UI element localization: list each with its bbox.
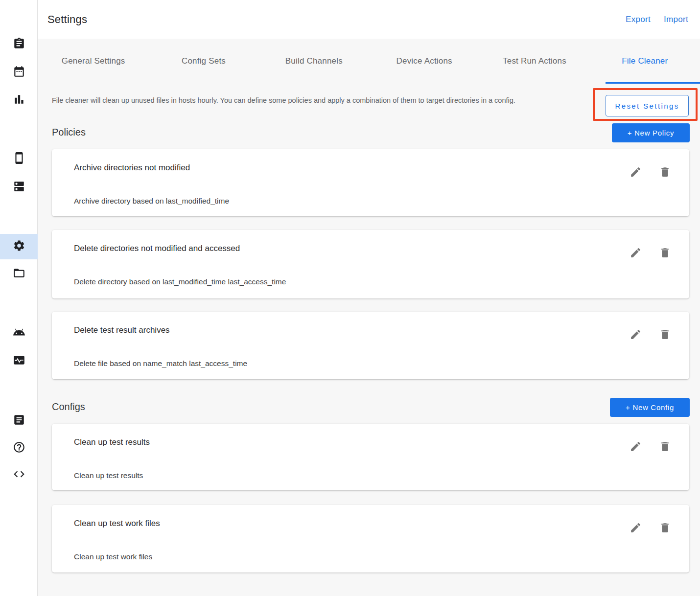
sidebar-item-article[interactable]	[0, 408, 38, 434]
config-actions	[630, 522, 671, 534]
sidebar-item-android[interactable]	[0, 321, 38, 346]
policy-card: Delete test result archives Delete file …	[52, 312, 689, 379]
config-card: Clean up test work files Clean up test w…	[52, 505, 689, 573]
config-name: Clean up test work files	[74, 519, 160, 528]
tab-general-settings[interactable]: General Settings	[38, 39, 148, 84]
pencil-icon	[630, 447, 642, 454]
sidebar	[0, 0, 38, 596]
calendar-icon	[13, 65, 25, 80]
smartphone-icon	[13, 152, 25, 166]
sidebar-item-monitoring[interactable]	[0, 348, 38, 374]
help-icon	[13, 441, 25, 456]
sidebar-item-folder[interactable]	[0, 261, 38, 287]
sidebar-item-bar-chart[interactable]	[0, 88, 38, 113]
new-config-button[interactable]: + New Config	[610, 398, 690, 417]
edit-config-button[interactable]	[630, 522, 642, 534]
storage-icon	[13, 180, 25, 195]
pencil-icon	[630, 253, 642, 260]
delete-config-button[interactable]	[659, 440, 671, 453]
pencil-icon	[630, 528, 642, 535]
header-links: Export Import	[626, 15, 688, 24]
delete-policy-button[interactable]	[659, 247, 671, 259]
config-description: Clean up test results	[74, 471, 143, 480]
trash-icon	[659, 447, 671, 454]
export-link[interactable]: Export	[626, 15, 651, 24]
policies-heading: Policies	[52, 127, 86, 138]
settings-page: Settings Export Import General Settings …	[0, 0, 700, 596]
configs-heading: Configs	[52, 401, 85, 413]
edit-config-button[interactable]	[630, 440, 642, 453]
policy-description: Delete directory based on last_modified_…	[74, 277, 286, 286]
policy-name: Archive directories not modified	[74, 163, 190, 173]
sidebar-item-code[interactable]	[0, 462, 38, 488]
sidebar-item-settings[interactable]	[0, 234, 38, 259]
policy-actions	[630, 328, 671, 341]
sidebar-item-clipboard[interactable]	[0, 32, 38, 57]
tab-file-cleaner[interactable]: File Cleaner	[590, 39, 700, 84]
sidebar-item-smartphone[interactable]	[0, 146, 38, 172]
folder-icon	[13, 267, 25, 281]
page-header: Settings Export Import	[38, 0, 700, 39]
config-actions	[630, 440, 671, 453]
edit-policy-button[interactable]	[630, 247, 642, 259]
article-icon	[13, 413, 25, 428]
code-icon	[13, 468, 25, 482]
new-policy-button[interactable]: + New Policy	[612, 123, 690, 142]
import-link[interactable]: Import	[664, 15, 688, 24]
reset-settings-button[interactable]: Reset Settings	[606, 95, 689, 116]
trash-icon	[659, 172, 671, 180]
policy-card: Archive directories not modified Archive…	[52, 149, 689, 216]
delete-policy-button[interactable]	[659, 328, 671, 341]
config-name: Clean up test results	[74, 437, 150, 447]
pencil-icon	[630, 335, 642, 342]
tab-config-sets[interactable]: Config Sets	[148, 39, 258, 84]
config-card: Clean up test results Clean up test resu…	[52, 424, 689, 490]
sidebar-item-help[interactable]	[0, 436, 38, 461]
sidebar-item-calendar[interactable]	[0, 60, 38, 85]
policy-card: Delete directories not modified and acce…	[52, 230, 689, 298]
pulse-card-icon	[13, 354, 25, 368]
policy-description: Archive directory based on last_modified…	[74, 197, 229, 206]
pencil-icon	[630, 172, 642, 180]
delete-config-button[interactable]	[659, 522, 671, 534]
tab-test-run-actions[interactable]: Test Run Actions	[479, 39, 589, 84]
file-cleaner-description: File cleaner will clean up unused files …	[52, 96, 541, 105]
policy-description: Delete file based on name_match last_acc…	[74, 359, 247, 368]
android-icon	[13, 326, 25, 341]
settings-tabbar: General Settings Config Sets Build Chann…	[38, 39, 700, 84]
tab-build-channels[interactable]: Build Channels	[259, 39, 369, 84]
trash-icon	[659, 253, 671, 260]
clipboard-icon	[13, 37, 25, 52]
trash-icon	[659, 528, 671, 535]
policy-actions	[630, 247, 671, 259]
config-description: Clean up test work files	[74, 552, 152, 561]
trash-icon	[659, 335, 671, 342]
edit-policy-button[interactable]	[630, 328, 642, 341]
bar-chart-icon	[13, 93, 25, 108]
page-title: Settings	[47, 13, 87, 26]
policy-name: Delete directories not modified and acce…	[74, 244, 240, 253]
edit-policy-button[interactable]	[630, 166, 642, 178]
policy-actions	[630, 166, 671, 178]
gear-icon	[13, 239, 25, 254]
main-content: Settings Export Import General Settings …	[38, 0, 700, 596]
sidebar-item-storage[interactable]	[0, 175, 38, 200]
policy-name: Delete test result archives	[74, 325, 170, 335]
tab-device-actions[interactable]: Device Actions	[369, 39, 479, 84]
active-tab-indicator	[606, 82, 700, 84]
delete-policy-button[interactable]	[659, 166, 671, 178]
